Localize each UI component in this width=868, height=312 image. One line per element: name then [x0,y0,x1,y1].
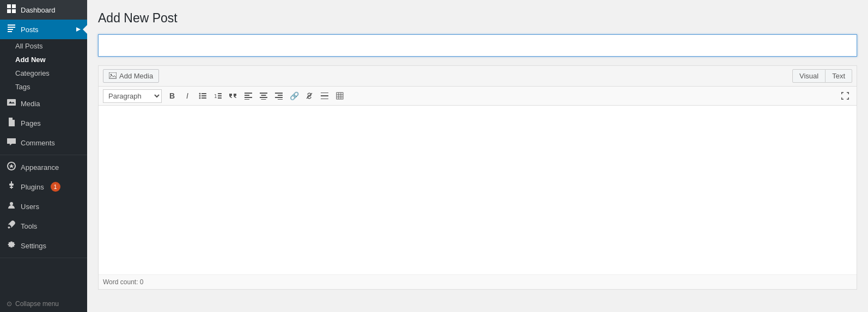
posts-icon [7,24,16,35]
posts-arrow-icon [76,27,81,32]
sidebar-item-settings[interactable]: Settings [0,236,87,255]
post-title-input[interactable] [98,34,857,57]
sidebar-subitem-add-new[interactable]: Add New [0,53,87,66]
svg-point-10 [199,93,201,95]
collapse-menu-icon: ⊙ [7,300,12,308]
sidebar-item-posts-label: Posts [21,26,39,34]
svg-point-14 [199,97,201,99]
svg-rect-29 [278,95,283,96]
sidebar-item-settings-label: Settings [21,242,46,250]
link-button[interactable]: 🔗 [287,89,301,103]
sidebar-item-pages[interactable]: Pages [0,113,87,133]
svg-point-6 [13,100,14,102]
settings-icon [7,240,16,251]
sidebar-item-plugins-label: Plugins [21,183,44,191]
sidebar-item-users-label: Users [21,203,39,211]
horizontal-rule-button[interactable] [317,89,332,103]
svg-rect-19 [218,97,222,99]
tags-label: Tags [15,83,30,91]
sidebar-item-dashboard[interactable]: Dashboard [0,0,87,20]
sidebar-divider-2 [0,258,87,258]
svg-marker-4 [76,27,81,32]
sidebar-item-tools-label: Tools [21,222,37,230]
expand-icon [841,92,849,100]
plugins-badge: 1 [51,182,60,192]
sidebar-item-appearance-label: Appearance [21,163,59,172]
sidebar-item-tools[interactable]: Tools [0,216,87,236]
unlink-button[interactable] [302,89,316,103]
sidebar-item-users[interactable]: Users [0,197,87,216]
svg-rect-24 [260,93,267,94]
media-icon [7,98,16,109]
sidebar-subitem-tags[interactable]: Tags [0,80,87,94]
sidebar-subitem-categories[interactable]: Categories [0,66,87,80]
sidebar-item-comments-label: Comments [21,139,55,147]
svg-rect-25 [261,95,266,96]
paragraph-format-select[interactable]: Paragraph Heading 1 Heading 2 Heading 3 … [103,89,162,103]
main-content: Add New Post Add Media Visual Text Parag… [87,0,868,312]
svg-rect-31 [278,99,283,100]
pages-icon [7,118,16,129]
word-count-bar: Word count: 0 [99,274,857,289]
svg-rect-33 [321,95,328,96]
all-posts-label: All Posts [15,42,43,50]
comments-icon [7,137,16,148]
editor-body[interactable] [99,106,857,274]
tab-text[interactable]: Text [825,69,852,83]
svg-point-9 [111,74,112,75]
word-count-value: 0 [140,278,144,286]
table-button[interactable] [333,89,347,103]
categories-label: Categories [15,69,50,77]
tools-icon [7,221,16,231]
sidebar-divider-1 [0,155,87,155]
bold-button[interactable]: B [165,89,179,103]
svg-rect-13 [201,95,206,96]
svg-point-12 [199,95,201,97]
svg-rect-20 [244,93,252,94]
svg-rect-15 [201,97,206,99]
add-media-icon [109,72,117,80]
svg-rect-3 [12,9,16,13]
ordered-list-button[interactable]: 1. [211,89,225,103]
ordered-list-icon: 1. [214,92,222,100]
sidebar-item-posts[interactable]: Posts [0,20,87,39]
tab-visual[interactable]: Visual [792,69,826,83]
svg-rect-26 [260,97,267,98]
svg-rect-22 [244,97,252,98]
sidebar-item-media[interactable]: Media [0,94,87,113]
unlink-icon [305,92,313,100]
sidebar-item-plugins[interactable]: Plugins 1 [0,177,87,197]
svg-rect-36 [337,93,343,99]
sidebar-item-comments[interactable]: Comments [0,133,87,152]
hr-icon [321,92,328,100]
svg-rect-18 [218,95,222,96]
tab-visual-label: Visual [799,72,818,80]
svg-rect-23 [244,99,249,100]
expand-button[interactable] [838,89,852,103]
svg-rect-30 [275,97,283,98]
sidebar-item-dashboard-label: Dashboard [21,6,56,14]
align-center-button[interactable] [256,89,271,103]
appearance-icon [7,162,16,173]
align-right-button[interactable] [272,89,286,103]
svg-rect-28 [275,93,283,94]
collapse-menu-button[interactable]: ⊙ Collapse menu [0,296,87,312]
unordered-list-button[interactable] [195,89,210,103]
align-left-button[interactable] [241,89,255,103]
italic-button[interactable]: I [180,89,194,103]
add-media-button[interactable]: Add Media [103,69,159,83]
unordered-list-icon [199,92,206,100]
blockquote-button[interactable] [226,89,240,103]
sidebar-subitem-all-posts[interactable]: All Posts [0,39,87,53]
plugins-icon [7,181,16,192]
align-center-icon [260,92,267,100]
editor-container: Add Media Visual Text Paragraph Heading … [98,65,857,290]
format-toolbar: Paragraph Heading 1 Heading 2 Heading 3 … [99,87,857,106]
svg-rect-8 [109,72,117,78]
svg-point-7 [10,202,13,205]
view-tabs: Visual Text [792,69,852,83]
sidebar-item-appearance[interactable]: Appearance [0,157,87,177]
dashboard-icon [7,4,16,15]
align-right-icon [275,92,283,100]
svg-rect-17 [218,93,222,94]
